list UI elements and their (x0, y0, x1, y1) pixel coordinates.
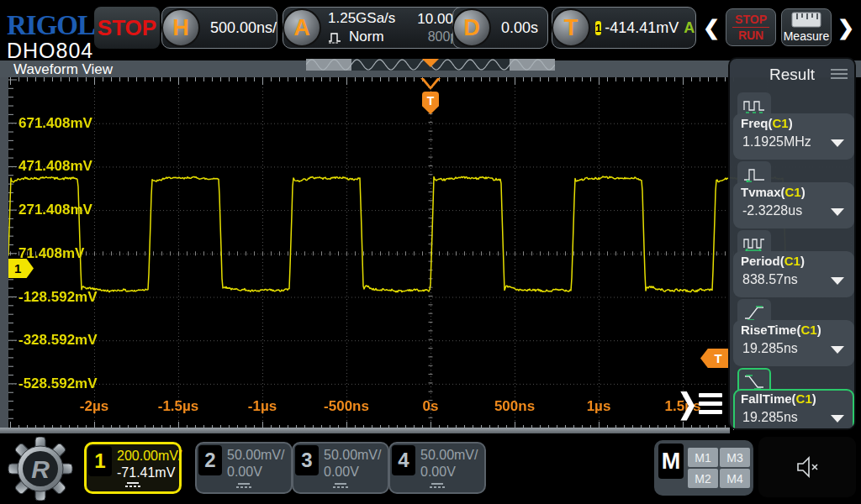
channel-number: 2 (198, 445, 222, 475)
x-tick-label: 0s (423, 398, 439, 415)
workspace-tab-title: Waveform View (13, 61, 113, 78)
timebase-value: 500.00ns/ (200, 19, 287, 37)
ruler-icon (791, 12, 821, 28)
acquisition-status-badge[interactable]: STOP (94, 7, 160, 49)
measurement-item[interactable]: Freq(C1) 1.1925MHz (733, 92, 854, 160)
waveform-plot[interactable]: 671.408mV471.408mV271.408mV71.408mV-128.… (8, 77, 853, 430)
measurement-label: FallTime(C1) (741, 391, 816, 406)
sample-rate: 1.25GSa/s (328, 10, 395, 27)
trigger-position-outline-icon[interactable] (420, 78, 441, 90)
toolbar-prev-icon[interactable]: ❮ (700, 16, 723, 39)
y-tick-label: -328.592mV (18, 332, 98, 349)
horizontal-knob-icon[interactable]: H (161, 8, 200, 47)
timebase-overview-bar[interactable] (306, 58, 555, 71)
math-group: M M1M2M3M4 (654, 440, 753, 496)
toolbar-next-icon[interactable]: ❯ (834, 16, 858, 39)
pulse-icon (328, 31, 345, 44)
measurement-value: 1.1925MHz (742, 134, 811, 150)
trigger-level-value: -414.41mV (605, 19, 679, 37)
dropdown-caret-icon[interactable] (831, 208, 844, 216)
trigger-source-badge: 1 (595, 21, 601, 35)
channel-box[interactable]: 2 50.00mV/ 0.00V (195, 442, 293, 494)
channel-box[interactable]: 1 200.00mV/ -71.41mV (84, 442, 182, 494)
x-tick-label: -2µs (80, 398, 108, 415)
chevron-right-icon: ❯ (678, 387, 697, 421)
delay-settings-button[interactable]: D 0.00s (452, 7, 548, 49)
channel-scale: 50.00mV/ (420, 448, 478, 463)
channel-scale: 200.00mV/ (117, 449, 182, 464)
trigger-sweep-mode: A (684, 19, 695, 37)
model-name: DHO804 (7, 39, 93, 63)
svg-text:R: R (31, 455, 50, 483)
run-label: RUN (738, 29, 763, 42)
channel-scale: 50.00mV/ (324, 448, 381, 463)
measurement-label: Period(C1) (741, 254, 805, 268)
measurement-value: 19.285ns (742, 341, 798, 356)
toolbar-dock: ❮ STOP RUN Measure ❯ (700, 4, 858, 50)
divider (732, 27, 769, 28)
trigger-settings-button[interactable]: T 1 -414.41mV A (552, 7, 696, 49)
channel-scale: 50.00mV/ (227, 448, 284, 463)
channel-box[interactable]: 3 50.00mV/ 0.00V (292, 442, 389, 494)
sound-button[interactable] (758, 437, 856, 497)
delay-knob-icon[interactable]: D (452, 8, 491, 47)
measurement-label: RiseTime(C1) (741, 323, 821, 337)
delay-value: 0.00s (491, 19, 548, 37)
x-tick-label: -1.5µs (158, 398, 199, 415)
y-tick-label: 71.408mV (18, 245, 84, 262)
measurement-label: Freq(C1) (741, 116, 793, 130)
measurement-item[interactable]: Period(C1) 838.57ns (733, 230, 854, 297)
rigol-gear-logo[interactable]: R (7, 437, 74, 501)
channel-number: 4 (392, 445, 415, 475)
measurement-value: 19.285ns (742, 410, 798, 425)
measurement-item[interactable]: FallTime(C1) 19.285ns (733, 368, 854, 430)
channel-offset: 0.00V (324, 465, 359, 480)
trigger-knob-icon[interactable]: T (552, 8, 590, 47)
coupling-dots-icon (332, 483, 349, 488)
math-button-m2[interactable]: M2 (688, 469, 718, 488)
measurement-item[interactable]: RiseTime(C1) 19.285ns (733, 299, 854, 366)
math-button-m1[interactable]: M1 (688, 448, 718, 467)
oscilloscope-screen: RIGOL DHO804 STOP H 500.00ns/ A 1.25GSa/… (0, 0, 861, 504)
x-tick-label: -500ns (324, 398, 369, 415)
measurement-value: -2.3228us (742, 203, 802, 218)
dropdown-caret-icon[interactable] (831, 277, 844, 285)
x-tick-label: 500ns (494, 398, 535, 415)
result-panel: Result Freq(C1) 1.1925MHz Tvmax(C1) -2.3… (728, 57, 856, 430)
y-tick-label: 471.408mV (18, 158, 92, 175)
channel-offset: 0.00V (227, 465, 262, 480)
plot-left-bezel (0, 77, 8, 433)
y-tick-label: 271.408mV (18, 202, 92, 218)
horizontal-scrollbar[interactable] (0, 428, 730, 433)
measurement-item[interactable]: Tvmax(C1) -2.3228us (733, 161, 854, 228)
rigol-logo: RIGOL (7, 10, 95, 41)
channel-number: 3 (295, 445, 319, 475)
y-tick-label: -128.592mV (18, 289, 98, 306)
stop-label: STOP (735, 13, 767, 26)
dropdown-caret-icon[interactable] (831, 346, 844, 354)
y-tick-label: 671.408mV (18, 115, 92, 132)
channel-offset: 0.00V (420, 465, 456, 480)
acquire-mode: Norm (349, 29, 384, 45)
y-tick-label: -528.592mV (18, 375, 98, 392)
math-button-m3[interactable]: M3 (720, 448, 750, 467)
dropdown-caret-icon[interactable] (831, 415, 844, 423)
math-button-m4[interactable]: M4 (720, 469, 750, 488)
result-menu-icon[interactable] (831, 69, 848, 79)
coupling-dots-icon (124, 482, 141, 487)
speaker-muted-icon (795, 456, 820, 478)
waveform-canvas (8, 77, 853, 430)
measure-button[interactable]: Measure (781, 8, 832, 46)
x-tick-label: -1µs (248, 398, 277, 415)
x-tick-label: 1µs (587, 398, 611, 415)
acquire-knob-icon[interactable]: A (283, 8, 321, 47)
channel-box[interactable]: 4 50.00mV/ 0.00V (388, 442, 486, 494)
coupling-dots-icon (429, 483, 446, 488)
horizontal-settings-button[interactable]: H 500.00ns/ (161, 7, 277, 49)
dropdown-caret-icon[interactable] (831, 139, 844, 147)
math-label[interactable]: M (658, 444, 684, 479)
measurement-label: Tvmax(C1) (741, 185, 806, 199)
plot-menu-button[interactable]: ❯ (678, 390, 722, 417)
stop-run-button[interactable]: STOP RUN (726, 8, 776, 46)
coupling-dots-icon (235, 483, 252, 488)
